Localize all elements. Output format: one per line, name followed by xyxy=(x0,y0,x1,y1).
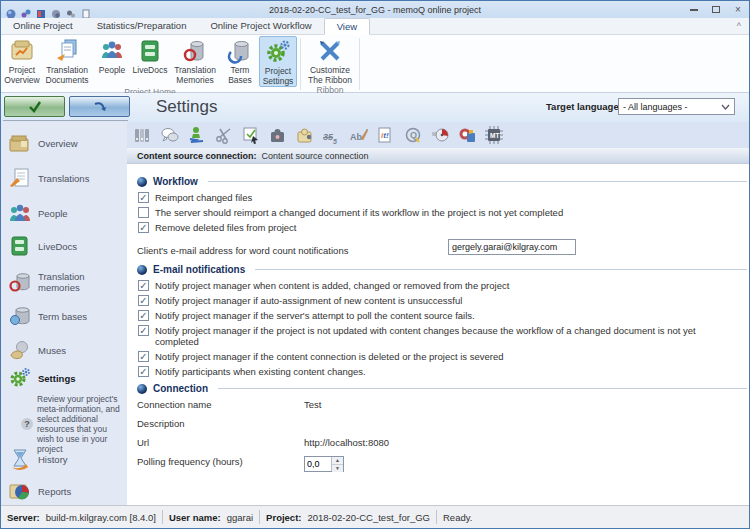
translation-documents-button[interactable]: Translation Documents xyxy=(41,36,93,87)
spin-up-icon[interactable]: ▲ xyxy=(332,457,343,465)
livedocs-button[interactable]: LiveDocs xyxy=(131,36,169,87)
sidebar-item-reports[interactable]: Reports xyxy=(1,480,127,502)
sidebar-item-translation-memories[interactable]: Translation memories xyxy=(1,271,127,293)
checkbox-notify-participants[interactable]: ✓ Notify participants when existing cont… xyxy=(138,366,747,377)
polling-frequency-input[interactable] xyxy=(305,457,331,471)
sidebar-item-livedocs[interactable]: LiveDocs xyxy=(1,235,127,257)
customize-ribbon-icon xyxy=(317,38,343,64)
checkbox-notify-content-added[interactable]: ✓ Notify project manager when content is… xyxy=(138,280,747,291)
spin-down-icon[interactable]: ▼ xyxy=(332,465,343,472)
checkbox-server-should-reimport[interactable]: The server should reimport a changed doc… xyxy=(138,207,747,218)
ribbon-group-ribbon: Customize The Ribbon Ribbon xyxy=(302,35,358,92)
people-button[interactable]: People xyxy=(93,36,131,87)
tab-online-project[interactable]: Online Project xyxy=(1,17,85,34)
maximize-button[interactable] xyxy=(705,1,727,18)
checkbox-remove-deleted-files[interactable]: ✓ Remove deleted files from project xyxy=(138,222,747,233)
checkbox-notify-connection-deleted[interactable]: ✓ Notify project manager if the content … xyxy=(138,351,747,362)
status-separator xyxy=(259,510,260,524)
checkbox-cursor-icon[interactable] xyxy=(242,126,260,144)
target-language-select[interactable]: - All languages - xyxy=(618,98,735,115)
document-pen-icon[interactable]: it! xyxy=(377,126,395,144)
language-q-icon[interactable] xyxy=(458,126,476,144)
navigate-back-button[interactable] xyxy=(69,96,130,117)
email-notifications-section-header[interactable]: E-mail notifications xyxy=(137,264,747,275)
project-settings-button[interactable]: Project Settings xyxy=(259,36,297,87)
book-icon[interactable] xyxy=(36,5,46,15)
section-rule xyxy=(218,388,747,389)
memoq-logo-icon[interactable] xyxy=(6,5,16,15)
sidebar-item-muses[interactable]: Muses xyxy=(1,339,127,361)
term-bases-icon xyxy=(227,38,253,64)
term-bases-button[interactable]: Term Bases xyxy=(221,36,259,87)
ribbon-tab-bar: Online Project Statistics/Preparation On… xyxy=(1,18,749,35)
translation-memories-icon xyxy=(182,38,208,64)
checkbox-notify-poll-fails[interactable]: ✓ Notify project manager if the server's… xyxy=(138,310,747,321)
checkbox[interactable]: ✓ xyxy=(138,280,149,291)
page-title: Settings xyxy=(156,97,217,117)
client-email-label: Client's e-mail address for word count n… xyxy=(137,245,348,256)
sidebar-item-label: Settings xyxy=(38,373,75,384)
help-icon[interactable]: ? xyxy=(21,418,33,430)
checkbox[interactable]: ✓ xyxy=(138,366,149,377)
project-overview-button[interactable]: Project Overview xyxy=(3,36,41,87)
confirm-button[interactable] xyxy=(4,96,65,117)
project-value: 2018-02-20-CC_test_for_GG xyxy=(307,512,430,523)
minimize-button[interactable] xyxy=(683,1,705,18)
quick-access-toolbar xyxy=(1,5,91,15)
checkbox-notify-not-updated[interactable]: ✓ Notify project manager if the project … xyxy=(138,325,747,347)
sidebar-item-settings[interactable]: Settings xyxy=(1,367,127,389)
abc-pen-icon[interactable]: Ab xyxy=(350,126,368,144)
status-bar: Server: build-m.kilgray.com [8.4.0] User… xyxy=(1,505,749,528)
document-icon[interactable] xyxy=(81,5,91,15)
checkbox[interactable]: ✓ xyxy=(138,351,149,362)
customize-ribbon-button[interactable]: Customize The Ribbon xyxy=(304,36,356,85)
tab-online-project-workflow[interactable]: Online Project Workflow xyxy=(198,17,323,34)
client-email-input[interactable] xyxy=(448,239,576,255)
checkbox[interactable] xyxy=(138,207,149,218)
tab-statistics-preparation[interactable]: Statistics/Preparation xyxy=(85,17,199,34)
sidebar-top-divider xyxy=(3,120,128,121)
chat-bubbles-icon[interactable] xyxy=(161,126,179,144)
close-button[interactable]: × xyxy=(727,1,749,18)
sidebar-item-people[interactable]: People xyxy=(1,202,127,224)
checkbox-reimport-changed-files[interactable]: ✓ Reimport changed files xyxy=(138,192,747,203)
gears-icon[interactable] xyxy=(66,5,76,15)
puzzle-dark-icon[interactable] xyxy=(269,126,287,144)
puzzle-light-icon[interactable] xyxy=(296,126,314,144)
checkbox-notify-auto-assignment[interactable]: ✓ Notify project manager if auto-assignm… xyxy=(138,295,747,306)
url-value: http://localhost:8080 xyxy=(304,437,747,448)
sidebar-item-history[interactable]: History xyxy=(1,448,127,470)
binders-icon[interactable] xyxy=(134,126,152,144)
q-badge-icon[interactable]: Q xyxy=(404,126,422,144)
description-label: Description xyxy=(137,418,304,429)
translation-memories-button[interactable]: Translation Memories xyxy=(169,36,221,87)
checkbox[interactable]: ✓ xyxy=(138,310,149,321)
collapse-ribbon-icon[interactable]: ^ xyxy=(737,21,741,31)
checkbox[interactable]: ✓ xyxy=(138,222,149,233)
workflow-section-header[interactable]: Workflow xyxy=(137,176,747,187)
connection-section-header[interactable]: Connection xyxy=(137,383,747,394)
gauge-icon[interactable] xyxy=(431,126,449,144)
sidebar-item-overview[interactable]: Overview xyxy=(1,132,127,154)
checkbox[interactable]: ✓ xyxy=(138,295,149,306)
user-name-value: ggarai xyxy=(227,512,253,523)
sync-icon[interactable] xyxy=(21,5,31,15)
livedocs-icon xyxy=(137,38,163,64)
tab-view[interactable]: View xyxy=(324,18,370,35)
stamp-icon[interactable] xyxy=(188,126,206,144)
section-rule xyxy=(208,181,747,182)
chevron-down-icon xyxy=(721,102,730,112)
connection-name-value: Test xyxy=(304,399,747,410)
connection-details: Connection name Test Description Url htt… xyxy=(137,399,747,472)
polling-frequency-stepper[interactable]: ▲ ▼ xyxy=(304,456,344,472)
title-bar: 2018-02-20-CC_test_for_GG - memoQ online… xyxy=(1,1,749,18)
selected-category-label: Content source connection: xyxy=(137,151,257,161)
scissors-icon[interactable] xyxy=(215,126,233,144)
server-icon[interactable] xyxy=(51,5,61,15)
numbers-icon[interactable]: 355 xyxy=(323,126,341,144)
checkbox[interactable]: ✓ xyxy=(138,192,149,203)
mt-chip-icon[interactable]: MT xyxy=(485,126,503,144)
sidebar-item-term-bases[interactable]: Term bases xyxy=(1,305,127,327)
sidebar-item-translations[interactable]: Translations xyxy=(1,167,127,189)
checkbox[interactable]: ✓ xyxy=(138,325,149,336)
